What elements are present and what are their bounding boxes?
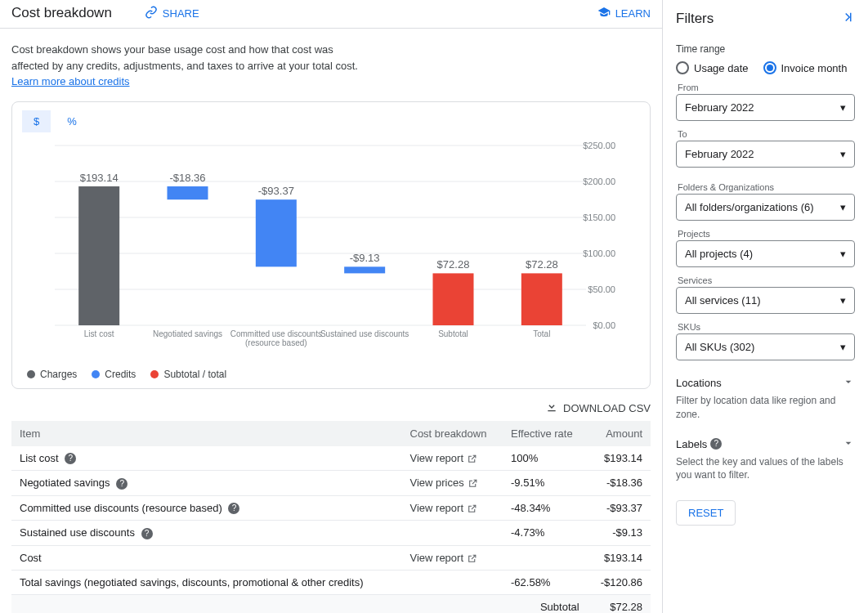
cell-item: Sustained use discounts ?	[11, 521, 402, 546]
open-in-new-icon	[468, 477, 478, 489]
svg-text:Total: Total	[533, 329, 550, 338]
time-range-heading: Time range	[676, 43, 855, 55]
locations-desc: Filter by location data like region and …	[676, 394, 855, 422]
svg-rect-15	[168, 186, 208, 199]
tab-percent[interactable]: %	[56, 110, 88, 132]
cell-amount: $193.14	[588, 446, 651, 471]
svg-rect-24	[433, 273, 474, 325]
table-row: Total savings (negotiated savings, disco…	[11, 570, 651, 594]
radio-invoice-month[interactable]: Invoice month	[763, 61, 848, 74]
share-button[interactable]: SHARE	[145, 6, 199, 21]
help-icon[interactable]: ?	[116, 478, 128, 490]
help-icon[interactable]: ?	[65, 453, 76, 464]
svg-rect-21	[344, 266, 385, 273]
col-breakdown: Cost breakdown	[402, 421, 503, 446]
cell-amount: -$93.37	[588, 495, 651, 521]
learn-button[interactable]: LEARN	[597, 6, 651, 21]
legend-item: Charges	[27, 369, 77, 380]
chevron-down-icon: ▾	[840, 294, 846, 306]
help-icon[interactable]: ?	[710, 438, 722, 450]
svg-text:-$18.36: -$18.36	[169, 172, 205, 184]
skus-label: SKUs	[676, 322, 855, 332]
download-csv-button[interactable]: DOWNLOAD CSV	[545, 400, 651, 416]
view-link[interactable]: View report	[410, 552, 478, 564]
projects-label: Projects	[676, 229, 855, 239]
open-in-new-icon	[467, 552, 477, 564]
table-row: Negotiated savings ?View prices -9.51%-$…	[11, 471, 651, 496]
folders-select[interactable]: All folders/organizations (6)▾	[676, 194, 855, 221]
view-link[interactable]: View prices	[410, 477, 478, 489]
chevron-down-icon	[842, 375, 855, 391]
svg-rect-27	[521, 273, 562, 325]
learn-more-link[interactable]: Learn more about credits	[11, 75, 130, 87]
cell-amount: -$120.86	[588, 570, 651, 594]
svg-text:Subtotal: Subtotal	[438, 329, 468, 338]
cost-table: Item Cost breakdown Effective rate Amoun…	[11, 421, 651, 614]
svg-text:$150.00: $150.00	[583, 213, 615, 222]
cell-rate	[503, 545, 588, 570]
svg-text:$72.28: $72.28	[526, 258, 558, 271]
svg-rect-18	[256, 199, 297, 266]
cell-item: List cost ?	[11, 446, 402, 471]
download-icon	[545, 400, 558, 416]
cell-item: Total savings (negotiated savings, disco…	[11, 570, 402, 594]
graduation-cap-icon	[597, 6, 611, 21]
tab-currency[interactable]: $	[22, 110, 51, 132]
view-link[interactable]: View report	[410, 452, 478, 464]
cell-link: View prices	[402, 471, 503, 496]
table-row: Committed use discounts (resource based)…	[11, 495, 651, 521]
cell-item: Cost	[11, 545, 402, 570]
cell-rate: -4.73%	[503, 521, 588, 546]
svg-text:Committed use discounts(resour: Committed use discounts(resource based)	[230, 329, 322, 347]
filters-title: Filters	[676, 11, 714, 27]
col-amount: Amount	[588, 421, 651, 446]
chart-legend: ChargesCreditsSubtotal / total	[22, 360, 640, 380]
page-title: Cost breakdown	[11, 5, 112, 21]
labels-desc: Select the key and values of the labels …	[676, 455, 855, 483]
cell-rate: -9.51%	[503, 471, 588, 496]
table-row: CostView report $193.14	[11, 545, 651, 570]
cell-rate: 100%	[503, 446, 588, 471]
svg-text:List cost: List cost	[84, 329, 114, 338]
cell-link	[402, 570, 503, 594]
projects-select[interactable]: All projects (4)▾	[676, 240, 855, 267]
to-select[interactable]: February 2022▾	[676, 141, 855, 168]
from-label: From	[676, 83, 855, 92]
cell-link: View report	[402, 495, 503, 521]
svg-text:$200.00: $200.00	[583, 177, 615, 186]
cell-link: View report	[402, 446, 503, 471]
reset-button[interactable]: RESET	[676, 500, 736, 526]
services-label: Services	[676, 275, 855, 285]
radio-usage-date[interactable]: Usage date	[676, 61, 749, 74]
collapse-panel-icon[interactable]	[840, 10, 855, 27]
locations-section[interactable]: Locations	[676, 375, 855, 391]
chevron-down-icon: ▾	[840, 201, 846, 213]
table-row: Sustained use discounts ?-4.73%-$9.13	[11, 521, 651, 546]
view-link[interactable]: View report	[410, 502, 478, 514]
to-label: To	[676, 129, 855, 139]
chevron-down-icon	[842, 436, 855, 452]
chevron-down-icon: ▾	[840, 148, 846, 160]
labels-section[interactable]: Labels?	[676, 436, 855, 452]
chevron-down-icon: ▾	[840, 101, 846, 114]
svg-text:$0.00: $0.00	[593, 320, 615, 330]
from-select[interactable]: February 2022▾	[676, 94, 855, 121]
cell-item: Committed use discounts (resource based)…	[11, 495, 402, 521]
open-in-new-icon	[467, 452, 477, 464]
chevron-down-icon: ▾	[840, 341, 846, 353]
help-icon[interactable]: ?	[228, 503, 239, 514]
cell-rate: -62.58%	[503, 570, 588, 594]
cell-link	[402, 521, 503, 546]
col-item: Item	[11, 421, 402, 446]
cell-amount: -$9.13	[588, 521, 651, 546]
table-row: List cost ?View report 100%$193.14	[11, 446, 651, 471]
skus-select[interactable]: All SKUs (302)▾	[676, 333, 855, 360]
services-select[interactable]: All services (11)▾	[676, 287, 855, 314]
cell-amount: $193.14	[588, 545, 651, 570]
svg-text:$100.00: $100.00	[583, 248, 615, 258]
folders-label: Folders & Organizations	[676, 182, 855, 192]
svg-text:$72.28: $72.28	[437, 258, 470, 271]
help-icon[interactable]: ?	[141, 528, 153, 539]
svg-text:$50.00: $50.00	[588, 284, 615, 294]
link-icon	[145, 6, 158, 21]
